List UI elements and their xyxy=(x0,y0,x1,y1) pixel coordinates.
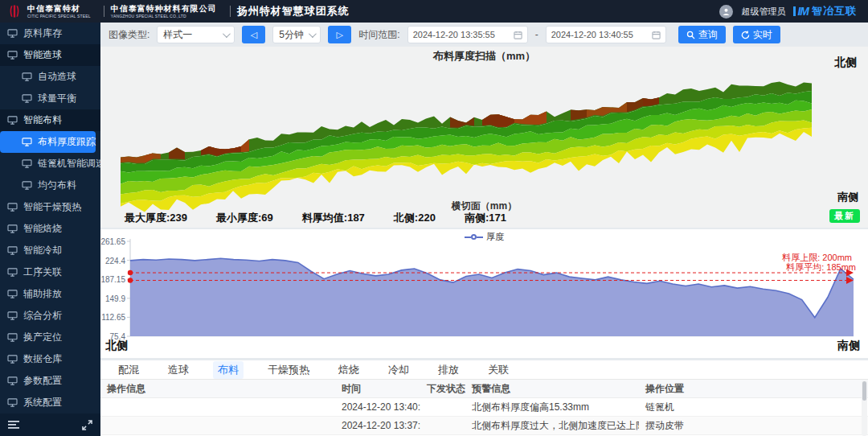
query-button[interactable]: 查询 xyxy=(678,26,726,43)
monitor-icon xyxy=(7,51,18,60)
sidebar-item-menu[interactable]: 智能布料 xyxy=(0,109,100,131)
time-to-input[interactable]: 2024-12-20 13:40:55 xyxy=(546,26,666,43)
sidebar-item-menu[interactable]: 综合分析 xyxy=(0,305,100,327)
sidebar-item-label: 原料库存 xyxy=(23,27,62,40)
sidebar-item-label: 换产定位 xyxy=(23,331,62,344)
tab-item[interactable]: 造球 xyxy=(163,361,194,379)
monitor-icon xyxy=(7,268,18,277)
stat-north: 北侧:220 xyxy=(394,211,436,225)
sidebar-item-menu[interactable]: 智能焙烧 xyxy=(0,218,100,240)
header-divider xyxy=(104,6,104,17)
next-interval-button[interactable]: ▷ xyxy=(328,26,351,43)
sidebar-item-label: 系统配置 xyxy=(23,396,62,409)
table-row[interactable]: 2024-12-20 13:37:00北侧布料厚度过大，北侧加速度已达上限值，不… xyxy=(100,417,868,435)
monitor-icon xyxy=(22,159,32,168)
sidebar-item-label: 数据仓库 xyxy=(23,352,62,366)
sidebar-item-menu[interactable]: 智能造球 xyxy=(0,44,100,66)
sidebar-item-menu[interactable]: 原料库存 xyxy=(0,23,100,44)
monitor-icon xyxy=(7,290,18,298)
latest-button[interactable]: 最新 xyxy=(829,209,860,223)
surface-3d-plot[interactable] xyxy=(100,56,868,217)
sidebar-item-menu[interactable]: 智能冷却 xyxy=(0,240,100,261)
tab-item[interactable]: 干燥预热 xyxy=(263,361,314,379)
sidebar-item-menu[interactable]: 均匀布料 xyxy=(0,175,100,196)
tab-item[interactable]: 冷却 xyxy=(383,361,414,379)
sidebar-menu: 原料库存智能造球自动造球球量平衡智能布料布料厚度跟踪链篦机智能调速均匀布料智能干… xyxy=(0,23,100,413)
sidebar-item-label: 综合分析 xyxy=(23,309,62,323)
header-divider xyxy=(230,6,231,17)
table-header-row: 操作信息时间下发状态预警信息操作位置 xyxy=(100,380,868,398)
interval-select[interactable]: 5分钟 xyxy=(272,26,321,43)
tab-item[interactable]: 配混 xyxy=(113,361,144,379)
user-avatar[interactable] xyxy=(719,5,733,19)
sidebar-bottom-bar xyxy=(0,413,100,436)
sidebar-item-label: 球量平衡 xyxy=(38,92,76,105)
person-icon xyxy=(722,7,731,16)
table-header-cell: 时间 xyxy=(335,382,420,396)
sidebar-item-menu[interactable]: 参数配置 xyxy=(0,370,100,392)
fullscreen-icon[interactable] xyxy=(82,420,92,430)
realtime-button[interactable]: 实时 xyxy=(733,26,780,43)
table-cell: 2024-12-20 13:37:00 xyxy=(335,420,420,431)
brand-citic: 中信泰富特材 CITIC PACIFIC SPECIAL STEEL xyxy=(27,5,91,19)
sidebar-item-label: 辅助排放 xyxy=(23,287,62,301)
interval-value: 5分钟 xyxy=(279,28,304,42)
markline-average-label: 料厚平均: 185mm xyxy=(786,261,856,274)
brand-yangzhou: 中信泰富特种材料有限公司 YANGZHOU SPECIAL STEEL CO.,… xyxy=(111,5,217,19)
monitor-icon xyxy=(7,355,18,364)
stat-south: 南侧:171 xyxy=(465,211,506,225)
monitor-icon xyxy=(22,181,32,190)
sidebar-item-menu[interactable]: 辅助排放 xyxy=(0,283,100,305)
sidebar-item-label: 均匀布料 xyxy=(38,179,76,192)
table-body: 2024-12-20 13:40:00北侧布料厚度偏高15.33mm链篦机202… xyxy=(100,398,868,435)
calendar-icon xyxy=(652,31,661,39)
prev-interval-button[interactable]: ◁ xyxy=(242,26,265,43)
query-button-label: 查询 xyxy=(698,28,718,42)
sidebar-item-menu[interactable]: 链篦机智能调速 xyxy=(0,153,100,175)
monitor-icon xyxy=(7,376,18,385)
sidebar-item-label: 布料厚度跟踪 xyxy=(38,135,96,149)
monitor-icon xyxy=(22,138,32,146)
app-window: 中信泰富特材 CITIC PACIFIC SPECIAL STEEL 中信泰富特… xyxy=(0,0,868,436)
tab-active[interactable]: 布料 xyxy=(213,361,244,379)
warning-table: 操作信息时间下发状态预警信息操作位置 2024-12-20 13:40:00北侧… xyxy=(100,380,868,435)
table-header-cell: 下发状态 xyxy=(420,382,465,396)
chevron-down-icon xyxy=(223,30,231,38)
sidebar-item-menu[interactable]: 换产定位 xyxy=(0,327,100,348)
tab-item[interactable]: 关联 xyxy=(483,361,514,379)
table-scrollbar-thumb[interactable] xyxy=(862,381,866,401)
sidebar-item-menu[interactable]: 球量平衡 xyxy=(0,88,100,109)
table-scrollbar[interactable] xyxy=(862,380,867,436)
table-cell: 北侧布料厚度过大，北侧加速度已达上限值，不再增速 xyxy=(465,419,639,433)
thickness-stats: 最大厚度:239 最小厚度:69 料厚均值:187 北侧:220 南侧:171 xyxy=(125,211,506,225)
time-range-label: 时间范围: xyxy=(358,28,399,42)
sidebar-item-menu[interactable]: 自动造球 xyxy=(0,66,100,88)
tab-item[interactable]: 排放 xyxy=(433,361,464,379)
refresh-icon xyxy=(741,31,750,39)
sidebar-item-active[interactable]: 布料厚度跟踪 xyxy=(0,131,96,153)
image-type-select[interactable]: 样式一 xyxy=(157,26,235,43)
table-row[interactable]: 2024-12-20 13:40:00北侧布料厚度偏高15.33mm链篦机 xyxy=(100,398,868,417)
sidebar-item-menu[interactable]: 智能干燥预热 xyxy=(0,196,100,218)
zhiye-logo: IM 智冶互联 xyxy=(793,4,857,19)
sidebar-item-label: 参数配置 xyxy=(23,374,62,388)
chart-south-label: 南侧 xyxy=(837,339,860,353)
sidebar-item-label: 链篦机智能调速 xyxy=(38,157,100,171)
sidebar-item-menu[interactable]: 工序关联 xyxy=(0,261,100,283)
collapse-menu-icon[interactable] xyxy=(8,420,19,430)
search-icon xyxy=(686,31,695,39)
sidebar-item-menu[interactable]: 数据仓库 xyxy=(0,348,100,370)
time-from-input[interactable]: 2024-12-20 13:35:55 xyxy=(407,26,528,43)
surface-strip xyxy=(522,112,547,125)
calendar-icon xyxy=(514,31,522,39)
query-toolbar: 图像类型: 样式一 ◁ 5分钟 ▷ 时间范围: 2024-12-20 13:35… xyxy=(100,23,868,47)
citic-logo-icon xyxy=(6,3,23,19)
sidebar-item-label: 智能焙烧 xyxy=(23,222,62,236)
warning-table-panel: 配混造球布料干燥预热焙烧冷却排放关联 操作信息时间下发状态预警信息操作位置 20… xyxy=(100,360,868,436)
sidebar-item-menu[interactable]: 系统配置 xyxy=(0,392,100,413)
image-type-label: 图像类型: xyxy=(108,28,149,42)
current-user[interactable]: 超级管理员 xyxy=(741,6,785,18)
thickness-chart-svg[interactable] xyxy=(100,229,868,358)
tab-item[interactable]: 焙烧 xyxy=(334,361,364,379)
stat-min: 最小厚度:69 xyxy=(216,211,273,225)
